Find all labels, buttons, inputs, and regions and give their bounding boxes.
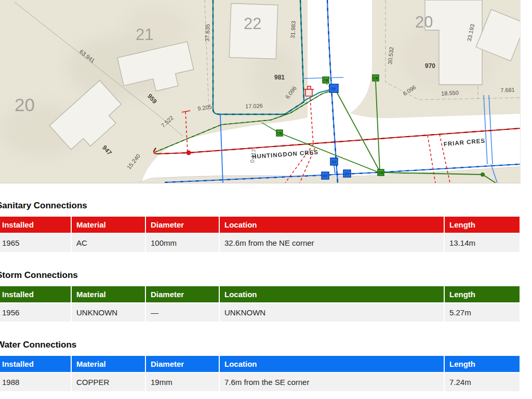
storm-connections-section: Storm Connections Installed Material Dia… — [0, 270, 521, 323]
cell-length: 5.27m — [445, 303, 520, 322]
dimension-label: 17.026 — [245, 102, 263, 109]
cell-location: 7.6m from the SE corner — [220, 373, 444, 391]
cell-material: COPPER — [72, 373, 145, 391]
cell-location: UNKNOWN — [220, 303, 444, 322]
catch-basin-marker: CB — [378, 169, 384, 176]
section-title: Storm Connections — [0, 270, 521, 281]
col-header-installed: Installed — [0, 217, 71, 233]
gate-valve-marker: GV — [330, 158, 338, 165]
col-header-location: Location — [220, 356, 444, 372]
cell-location: 32.6m from the NE corner — [220, 234, 444, 252]
cell-material: UNKNOWN — [72, 303, 145, 322]
dimension-label: 31.983 — [289, 21, 297, 38]
col-header-diameter: Diameter — [146, 217, 219, 233]
cell-length: 7.24m — [445, 373, 520, 391]
lot-number-label: 20 — [15, 95, 35, 115]
catch-basin-label: CB — [323, 78, 328, 82]
lot-number-label: 21 — [136, 25, 153, 44]
col-header-location: Location — [220, 286, 444, 302]
dimension-label: 7.681 — [500, 87, 515, 94]
col-header-location: Location — [220, 217, 444, 233]
col-header-length: Length — [445, 217, 520, 233]
storm-connections-table: Installed Material Diameter Location Len… — [0, 285, 521, 323]
col-header-length: Length — [445, 286, 520, 302]
gate-valve-marker: GV — [322, 172, 329, 179]
cell-installed: 1988 — [0, 373, 71, 391]
col-header-material: Material — [72, 286, 145, 302]
col-header-installed: Installed — [0, 356, 71, 372]
cell-material: AC — [72, 234, 145, 252]
col-header-diameter: Diameter — [146, 286, 219, 302]
table-row: 1965 AC 100mm 32.6m from the NE corner 1… — [0, 234, 520, 252]
col-header-diameter: Diameter — [146, 356, 219, 372]
catch-basin-label: CB — [277, 131, 282, 135]
table-row: 1956 UNKNOWN — UNKNOWN 5.27m — [0, 303, 520, 322]
catch-basin-marker: CB — [276, 130, 283, 136]
section-title: Sanitary Connections — [0, 201, 521, 211]
house-number-label: 981 — [274, 74, 285, 81]
cell-length: 13.14m — [445, 234, 520, 252]
col-header-material: Material — [72, 217, 145, 233]
storm-node — [481, 172, 485, 177]
col-header-material: Material — [72, 356, 145, 372]
catch-basin-marker: CB — [373, 75, 379, 81]
cell-diameter: 19mm — [146, 373, 219, 391]
col-header-length: Length — [445, 356, 520, 372]
section-title: Water Connections — [0, 340, 521, 350]
cell-installed: 1965 — [0, 234, 71, 252]
cell-diameter: — — [146, 303, 219, 322]
cell-diameter: 100mm — [146, 234, 219, 252]
gate-valve-label: GV — [323, 174, 328, 178]
table-header-row: Installed Material Diameter Location Len… — [0, 217, 520, 233]
map-canvas: CB CB CB CB GV GV GV GV — [0, 0, 520, 183]
dimension-label: 37.635 — [204, 24, 210, 42]
water-connections-section: Water Connections Installed Material Dia… — [0, 340, 521, 392]
table-header-row: Installed Material Diameter Location Len… — [0, 356, 520, 372]
sanitary-connections-section: Sanitary Connections Installed Material … — [0, 201, 521, 253]
connections-report: Sanitary Connections Installed Material … — [0, 201, 521, 392]
table-row: 1988 COPPER 19mm 7.6m from the SE corner… — [0, 373, 520, 391]
catch-basin-label: CB — [378, 171, 383, 175]
water-connections-table: Installed Material Diameter Location Len… — [0, 355, 521, 392]
utility-map: CB CB CB CB GV GV GV GV — [0, 0, 521, 183]
catch-basin-marker: CB — [323, 77, 329, 83]
house-number-label: 970 — [425, 62, 435, 70]
col-header-installed: Installed — [0, 286, 71, 302]
gate-valve-label: GV — [331, 160, 337, 164]
table-header-row: Installed Material Diameter Location Len… — [0, 286, 520, 302]
cell-installed: 1956 — [0, 303, 71, 322]
lot-number-label: 22 — [244, 15, 261, 33]
sanitary-connections-table: Installed Material Diameter Location Len… — [0, 216, 521, 253]
gate-valve-marker: GV — [343, 170, 351, 177]
catch-basin-label: CB — [373, 76, 378, 80]
sanitary-node — [187, 151, 191, 155]
gate-valve-marker: GV — [329, 84, 338, 92]
gate-valve-label: GV — [344, 172, 350, 176]
gate-valve-label: GV — [331, 87, 336, 90]
dimension-label: 18.550 — [441, 89, 459, 97]
lot-number-label: 20 — [415, 13, 433, 31]
